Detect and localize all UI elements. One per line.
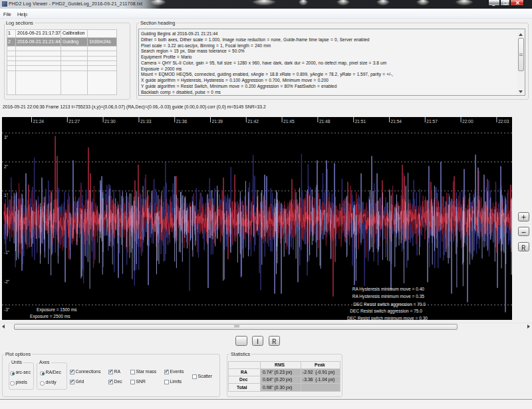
svg-text:21:45: 21:45 — [283, 119, 295, 124]
svg-text:RA Hysteresis minimum move = 0: RA Hysteresis minimum move = 0.40 — [352, 287, 425, 292]
svg-text:21:27: 21:27 — [68, 119, 80, 124]
svg-text:-1": -1" — [4, 250, 10, 255]
svg-text:2": 2" — [4, 164, 9, 169]
svg-text:21:39: 21:39 — [212, 119, 223, 124]
svg-text:Exposure = 2500 ms: Exposure = 2500 ms — [30, 314, 70, 319]
svg-text:DEC Resist switch minimum move: DEC Resist switch minimum move = 0.30 — [347, 316, 428, 320]
svg-text:21:54: 21:54 — [391, 119, 402, 124]
svg-text:RA Hysteresis minimum move = 0: RA Hysteresis minimum move = 0.35 — [352, 294, 425, 299]
svg-text:21:24: 21:24 — [33, 119, 45, 124]
svg-text:DEC Resist switch aggression =: DEC Resist switch aggression = 75.0 — [350, 309, 422, 314]
svg-text:21:33: 21:33 — [140, 119, 152, 124]
svg-text:21:48: 21:48 — [319, 119, 331, 124]
svg-text:22:03: 22:03 — [498, 119, 509, 124]
svg-text:22:00: 22:00 — [462, 119, 473, 124]
svg-text:-2": -2" — [4, 279, 10, 284]
svg-text:21:42: 21:42 — [247, 119, 259, 124]
svg-text:3": 3" — [4, 135, 9, 140]
svg-text:-3": -3" — [4, 307, 10, 312]
svg-text:DEC Resist switch aggression =: DEC Resist switch aggression = 70.0 — [353, 302, 426, 307]
svg-text:Exposure = 1500 ms: Exposure = 1500 ms — [37, 307, 77, 313]
svg-text:21:30: 21:30 — [104, 119, 116, 124]
svg-text:21:57: 21:57 — [426, 119, 438, 124]
svg-text:21:51: 21:51 — [355, 119, 366, 124]
svg-text:21:36: 21:36 — [176, 119, 188, 124]
